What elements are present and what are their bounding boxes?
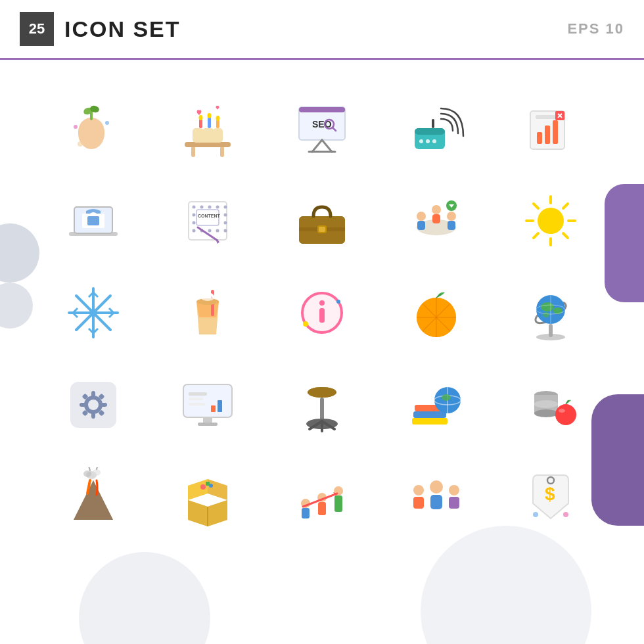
svg-rect-12 xyxy=(208,117,211,128)
svg-rect-172 xyxy=(206,482,210,486)
svg-rect-176 xyxy=(318,502,326,515)
svg-point-48 xyxy=(224,206,227,209)
svg-rect-66 xyxy=(319,227,325,232)
svg-line-19 xyxy=(322,140,332,152)
globe-stand-icon xyxy=(521,283,580,342)
svg-rect-7 xyxy=(191,147,195,157)
icon-cell-wifi-router[interactable] xyxy=(394,86,479,172)
svg-rect-128 xyxy=(80,403,86,407)
svg-rect-26 xyxy=(415,128,445,135)
svg-point-68 xyxy=(417,212,426,221)
svg-rect-141 xyxy=(198,423,218,426)
icon-cell-birthday-cake[interactable] xyxy=(165,86,250,172)
svg-point-180 xyxy=(430,480,443,494)
svg-point-4 xyxy=(74,125,78,129)
svg-rect-139 xyxy=(218,400,222,412)
monitor-presentation-icon xyxy=(178,375,237,434)
icon-cell-mind-plant[interactable] xyxy=(51,86,136,172)
svg-line-84 xyxy=(534,233,538,238)
svg-point-125 xyxy=(88,400,99,410)
svg-rect-140 xyxy=(203,417,212,423)
svg-point-170 xyxy=(200,484,206,490)
svg-rect-178 xyxy=(334,495,342,512)
svg-line-83 xyxy=(563,204,568,208)
icon-cell-growth-chart-people[interactable] xyxy=(279,454,365,540)
icon-cell-online-shop-laptop[interactable] xyxy=(51,178,136,264)
icon-cell-globe-stand[interactable] xyxy=(508,270,593,356)
svg-rect-185 xyxy=(449,497,459,509)
icon-cell-data-chart-box[interactable] xyxy=(508,86,593,172)
svg-point-184 xyxy=(449,485,459,495)
svg-rect-135 xyxy=(189,392,207,396)
wifi-router-icon xyxy=(407,99,466,158)
snowflake-icon xyxy=(64,283,123,342)
svg-point-16 xyxy=(216,116,220,121)
icon-cell-table-lamp[interactable] xyxy=(279,362,365,448)
svg-rect-73 xyxy=(432,214,440,223)
svg-rect-32 xyxy=(537,132,542,144)
svg-rect-144 xyxy=(320,398,324,421)
icon-cell-briefcase[interactable] xyxy=(279,178,365,264)
icon-cell-info-circle[interactable] xyxy=(279,270,365,356)
svg-point-45 xyxy=(200,206,204,209)
icon-cell-settings-gear[interactable] xyxy=(51,362,136,448)
svg-point-120 xyxy=(543,312,549,317)
svg-point-27 xyxy=(419,139,423,143)
svg-point-155 xyxy=(442,394,451,401)
svg-rect-21 xyxy=(299,107,345,112)
svg-line-81 xyxy=(534,204,538,208)
svg-rect-11 xyxy=(199,119,202,128)
icon-cell-database-tomato[interactable] xyxy=(508,362,593,448)
svg-point-47 xyxy=(216,206,219,209)
svg-point-51 xyxy=(193,221,196,225)
svg-point-29 xyxy=(432,139,436,143)
svg-point-103 xyxy=(319,300,325,306)
content-design-icon: CONTENT xyxy=(178,191,237,250)
svg-rect-129 xyxy=(101,403,107,407)
icon-cell-orange-fruit[interactable] xyxy=(394,270,479,356)
svg-rect-174 xyxy=(302,508,310,518)
svg-point-15 xyxy=(208,113,212,118)
svg-point-188 xyxy=(533,512,538,517)
svg-rect-136 xyxy=(189,398,203,400)
icon-cell-seo-presentation[interactable]: SEO xyxy=(279,86,365,172)
bg-decoration-circle-bot-left xyxy=(79,552,210,644)
icon-cell-volcano[interactable] xyxy=(51,454,136,540)
svg-rect-10 xyxy=(193,128,223,143)
icon-cell-team-people[interactable] xyxy=(394,454,479,540)
svg-rect-33 xyxy=(545,126,550,144)
icon-cell-price-tag[interactable]: $ xyxy=(508,454,593,540)
svg-rect-30 xyxy=(432,119,434,128)
open-box-icon xyxy=(178,467,237,526)
icon-grid: SEO xyxy=(0,66,644,559)
icon-cell-education-globe[interactable] xyxy=(394,362,479,448)
icon-cell-content-design[interactable]: CONTENT xyxy=(165,178,250,264)
svg-text:SEO: SEO xyxy=(312,119,332,129)
table-lamp-icon xyxy=(292,375,352,434)
svg-rect-69 xyxy=(417,221,425,230)
svg-point-46 xyxy=(208,206,212,209)
svg-point-6 xyxy=(78,141,83,147)
smoothie-drink-icon xyxy=(178,283,237,342)
briefcase-icon xyxy=(292,191,352,250)
svg-point-166 xyxy=(93,469,101,476)
svg-rect-181 xyxy=(430,495,442,509)
conference-meeting-icon xyxy=(407,191,466,250)
icon-cell-monitor-presentation[interactable] xyxy=(165,362,250,448)
svg-point-189 xyxy=(563,512,568,517)
svg-rect-8 xyxy=(220,147,224,157)
icon-cell-open-box[interactable] xyxy=(165,454,250,540)
icon-cell-smoothie-drink[interactable] xyxy=(165,270,250,356)
mind-plant-icon xyxy=(64,99,123,158)
icon-cell-snowflake[interactable] xyxy=(51,270,136,356)
svg-point-143 xyxy=(308,387,336,398)
header-eps: EPS 10 xyxy=(567,20,624,37)
svg-point-70 xyxy=(447,212,456,221)
svg-rect-126 xyxy=(91,391,95,398)
svg-point-52 xyxy=(224,221,227,225)
icon-cell-sun[interactable] xyxy=(508,178,593,264)
svg-rect-71 xyxy=(448,221,455,230)
svg-rect-151 xyxy=(412,418,448,425)
icon-cell-conference-meeting[interactable] xyxy=(394,178,479,264)
svg-point-159 xyxy=(534,400,558,408)
